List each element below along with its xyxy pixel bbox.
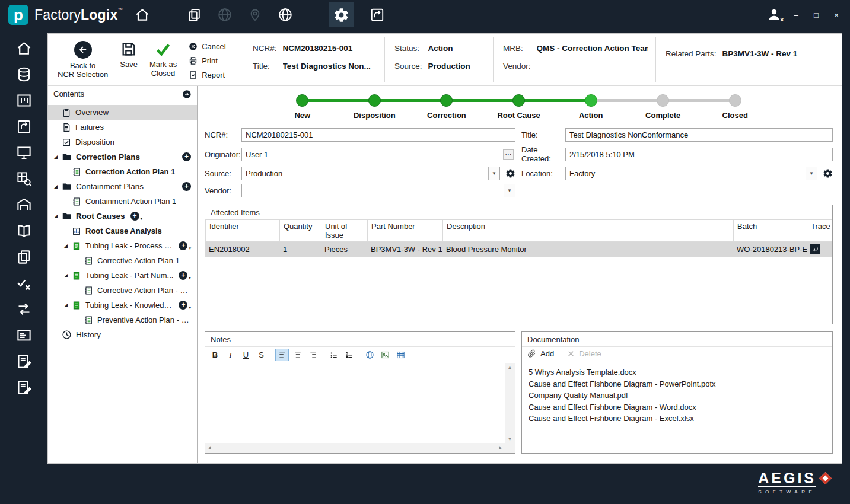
tree-item-history[interactable]: History: [48, 327, 197, 342]
history-undo-icon[interactable]: [370, 7, 385, 23]
tree-item-correction-plans[interactable]: ◢ Correction Plans +: [48, 149, 197, 164]
tree-item-root-cause-analysis[interactable]: Root Cause Analysis: [48, 224, 197, 238]
print-button[interactable]: Print: [189, 56, 225, 65]
nav-refresh-icon[interactable]: [16, 119, 32, 135]
save-button[interactable]: Save: [120, 41, 138, 69]
back-to-ncr-selection-button[interactable]: Back toNCR Selection: [58, 41, 108, 79]
dropdown-arrow-icon[interactable]: ▼: [504, 184, 515, 197]
add-correction-plan-button[interactable]: +: [182, 152, 191, 161]
add-document-button[interactable]: Add: [527, 349, 554, 358]
horizontal-scrollbar[interactable]: ◄►: [205, 443, 505, 453]
add-action-plan-button[interactable]: +: [179, 271, 187, 280]
location-settings-gear-icon[interactable]: [823, 168, 833, 178]
add-action-plan-caret-icon[interactable]: ▾: [189, 246, 191, 253]
align-center-icon[interactable]: [291, 349, 304, 361]
source-settings-gear-icon[interactable]: [505, 168, 515, 178]
tree-item-corrective-action-plan-cr[interactable]: Corrective Action Plan - Cr...: [48, 283, 197, 298]
mark-as-closed-button[interactable]: Mark asClosed: [149, 41, 177, 78]
source-dropdown[interactable]: Production ▼: [241, 167, 500, 180]
collapse-panel-icon[interactable]: [182, 90, 192, 99]
align-left-icon[interactable]: [275, 349, 289, 361]
add-action-plan-caret-icon[interactable]: ▾: [189, 276, 191, 283]
column-header[interactable]: Quantity: [279, 219, 321, 242]
report-button[interactable]: Report: [189, 71, 225, 79]
add-action-plan-button[interactable]: +: [179, 301, 187, 310]
nav-quality-check-icon[interactable]: [16, 275, 32, 291]
column-header[interactable]: Identifier: [205, 219, 279, 242]
bullet-list-icon[interactable]: [327, 349, 340, 361]
tree-item-root-causes[interactable]: ◢ Root Causes + ▾: [48, 209, 197, 224]
cell-batch[interactable]: WO-20180213-BP-EN: [733, 242, 807, 257]
maximize-button[interactable]: □: [811, 11, 822, 20]
italic-icon[interactable]: I: [224, 349, 237, 361]
location-dropdown[interactable]: Factory ▼: [565, 167, 817, 180]
ncr-input[interactable]: NCM20180215-001: [241, 128, 515, 142]
nav-card-icon[interactable]: [16, 327, 32, 343]
expander-icon[interactable]: ◢: [53, 184, 62, 189]
expander-icon[interactable]: ◢: [53, 213, 62, 219]
cell-description[interactable]: Blood Pressure Monitor: [442, 242, 733, 257]
cell-quantity[interactable]: 1: [279, 242, 321, 257]
strikethrough-icon[interactable]: S: [254, 349, 268, 361]
expander-icon[interactable]: ◢: [63, 243, 72, 248]
date-created-input[interactable]: 2/15/2018 5:10 PM: [565, 148, 833, 161]
trace-icon[interactable]: [810, 244, 820, 254]
add-containment-plan-button[interactable]: +: [182, 182, 191, 191]
nav-documentation-icon[interactable]: [16, 223, 32, 239]
document-item[interactable]: 5 Whys Analysis Template.docx: [529, 366, 826, 378]
tree-item-containment-action-plan-1[interactable]: Containment Action Plan 1: [48, 194, 197, 209]
document-item[interactable]: Company Quality Manual.pdf: [529, 390, 826, 401]
column-header[interactable]: Trace: [807, 219, 832, 242]
nav-home-icon[interactable]: [16, 40, 32, 56]
nav-copy-icon[interactable]: [16, 249, 32, 265]
tree-item-tubing-leak-process[interactable]: ◢ Tubing Leak - Process R... + ▾: [48, 238, 197, 253]
insert-link-icon[interactable]: [363, 349, 377, 361]
tree-item-containment-plans[interactable]: ◢ Containment Plans +: [48, 179, 197, 194]
notes-editor[interactable]: [205, 363, 505, 443]
cell-part-number[interactable]: BP3MV1-3W - Rev 1: [367, 242, 442, 257]
insert-image-icon[interactable]: [378, 349, 392, 361]
originator-input[interactable]: User 1 ⋯: [241, 148, 515, 161]
settings-gear-icon[interactable]: [329, 2, 354, 27]
tree-item-disposition[interactable]: Disposition: [48, 135, 197, 149]
column-header[interactable]: Batch: [733, 219, 807, 242]
globe-icon[interactable]: [278, 7, 293, 23]
nav-document-edit2-icon[interactable]: [16, 379, 32, 395]
network-icon[interactable]: [217, 7, 233, 23]
vertical-scrollbar[interactable]: ▲▼: [505, 363, 515, 443]
nav-warehouse-icon[interactable]: [16, 197, 32, 213]
underline-icon[interactable]: U: [239, 349, 253, 361]
logoff-user-icon[interactable]: ×: [767, 8, 781, 22]
tree-item-tubing-leak-part[interactable]: ◢ Tubing Leak - Part Num... + ▾: [48, 268, 197, 283]
numbered-list-icon[interactable]: [342, 349, 356, 361]
column-header[interactable]: Unit of Issue: [321, 219, 367, 242]
home-icon[interactable]: [135, 7, 150, 23]
cancel-button[interactable]: Cancel: [189, 42, 225, 51]
tree-item-correction-action-plan-1[interactable]: Correction Action Plan 1: [48, 164, 197, 179]
documents-icon[interactable]: [187, 8, 202, 23]
tree-item-overview[interactable]: Overview: [48, 105, 197, 120]
tree-item-corrective-action-plan-1[interactable]: Corrective Action Plan 1: [48, 253, 197, 268]
add-root-cause-caret-icon[interactable]: ▾: [141, 216, 143, 224]
insert-table-icon[interactable]: [394, 349, 408, 361]
vendor-dropdown[interactable]: ▼: [241, 184, 515, 197]
tree-item-preventive-action-plan-k[interactable]: Preventive Action Plan - K...: [48, 312, 197, 327]
column-header[interactable]: Part Number: [367, 219, 442, 242]
nav-transfer-icon[interactable]: [16, 301, 32, 317]
minimize-button[interactable]: –: [791, 11, 801, 20]
cell-unit[interactable]: Pieces: [321, 242, 367, 257]
tree-item-failures[interactable]: Failures: [48, 120, 197, 135]
align-right-icon[interactable]: [306, 349, 320, 361]
add-action-plan-button[interactable]: +: [179, 241, 187, 250]
title-input[interactable]: Test Diagnostics NonConformance: [565, 128, 833, 142]
cell-identifier[interactable]: EN2018002: [205, 242, 279, 257]
nav-document-edit-icon[interactable]: [16, 353, 32, 369]
expander-icon[interactable]: ◢: [63, 302, 72, 308]
dropdown-arrow-icon[interactable]: ▼: [488, 167, 499, 180]
add-root-cause-button[interactable]: +: [130, 212, 139, 221]
document-item[interactable]: Cause and Effect Fishbone Diagram - Exce…: [529, 413, 826, 425]
delete-document-button[interactable]: Delete: [567, 349, 601, 358]
dropdown-arrow-icon[interactable]: ▼: [806, 167, 817, 180]
cell-trace[interactable]: [807, 242, 832, 257]
originator-browse-button[interactable]: ⋯: [503, 149, 514, 160]
